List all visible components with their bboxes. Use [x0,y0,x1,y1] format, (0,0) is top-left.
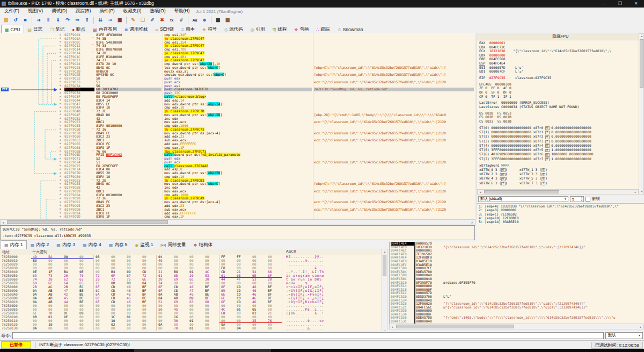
erase-button[interactable]: ✖ [158,16,166,24]
menu-item-调试D[interactable]: 调试(D) [47,8,71,13]
stack-freeze-select[interactable]: 默认 ▼ [605,332,643,339]
argument-line[interactable]: 2: [esp+8] 00000001 [479,208,644,212]
stop-button[interactable]: ■ [21,16,30,24]
dump-row[interactable]: 762500900AAB47BE6CCD46BF6FCD47BF69CD46BF… [0,289,388,292]
dump-row[interactable]: 762500400E1FBA0E00B409CD21B8014CCD215468… [0,270,388,274]
dump-row[interactable]: 762500004D5A90000300000004000000FFFF0000… [0,255,388,258]
register-line[interactable]: ST(0) 00000000000000000000 x87r0 空 0.000… [479,126,638,130]
tab-引用[interactable]: ◎引用 [247,25,269,33]
register-line[interactable]: ESI 0000057D L'u' [479,66,638,70]
stack-hscrollbar[interactable]: ◂ ▸ [389,324,644,329]
menu-item-文件F[interactable]: 文件(F) [0,8,24,13]
tab-监视 1[interactable]: ◉监视 1 [131,241,157,249]
register-line[interactable]: ZF 0 PF 0 AF 0 [479,86,638,90]
tab-内存 5[interactable]: ▦内存 5 [105,241,131,249]
stack-row[interactable]: 004FC53C00000040 [390,320,644,324]
argument-line[interactable]: 1: [esp+4] 18321838 "{\"classroom_id\":\… [479,204,644,208]
spinner-arrows-icon[interactable]: ▲▼ [581,196,583,202]
register-line[interactable]: x87TW_6 3 (空) x87TW_7 3 (空) [479,181,638,185]
step-out-button[interactable]: ⇑ [83,16,91,24]
register-line[interactable]: ES 002B DS 002B [479,115,638,119]
scylla-button[interactable]: ☻ [200,16,209,24]
minimize-button[interactable]: — [596,0,612,8]
unlock-checkbox[interactable] [586,197,590,202]
register-line[interactable]: EFLAGS 00000300 [479,82,638,87]
register-line[interactable]: EDI 000007CF L'ߏ' [479,69,638,74]
tab-跟踪[interactable]: ∴跟踪 [312,25,333,33]
menu-item-收藏夹I[interactable]: 收藏夹(I) [119,8,146,13]
dump-row[interactable]: 762500D000000000000000000000000000000000… [0,304,388,307]
dump-row[interactable]: 762501000B010E00001C01000016000000000000… [0,315,388,319]
tab-内存 4[interactable]: ▦内存 4 [79,241,105,249]
menu-item-插件P[interactable]: 插件(P) [95,8,119,13]
register-line[interactable]: CF 0 TF 1 IF 1 [479,95,638,99]
register-line[interactable]: LastError 00000000 (ERROR_SUCCESS) [479,100,638,105]
tab-调用堆栈[interactable]: ≣调用堆栈 [121,25,152,33]
register-line[interactable]: ST(3) 00000000000000000000 x87r3 空 0.000… [479,139,638,143]
maximize-button[interactable]: ❐ [612,0,628,8]
dump-row[interactable]: 762500E00000000000000000504500004C010500… [0,307,388,311]
register-line[interactable]: x87TW_0 3 (空) x87TW_1 3 (空) [479,168,638,172]
dump-row[interactable]: 762500706D6F64652E0D0D0A2400000000000000… [0,281,388,285]
dump-row[interactable]: 7625012000100000000200000A0000000A000000… [0,322,388,326]
register-line[interactable]: LastStatus C0000034 (STATUS_OBJECT_NAME_… [479,105,638,109]
dump-row[interactable]: 762500C00AAB44BE6ECD46BF526963686FCD46BF… [0,300,388,304]
tab-CPU[interactable]: ▦CPU [1,25,24,34]
register-line[interactable]: x87TagWord FFFF [479,163,638,168]
argument-line[interactable]: 3: [esp+C] 7E196502 [479,212,644,216]
hash-button[interactable]: # [177,16,186,24]
registers-vscrollbar[interactable]: ▴ ▾ [639,33,644,195]
patch-button[interactable]: ✎ [129,16,137,24]
tab-内存 3[interactable]: ▦内存 3 [53,241,79,249]
register-line[interactable]: EDX 00000000 [479,53,638,58]
dump-row[interactable]: 76250060742062652072756E20696E20444F5320… [0,277,388,281]
dump-row[interactable]: 762500F06C7DDF890000000000000000E0000221… [0,311,388,315]
menu-item-视图V[interactable]: 视图(V) [24,8,47,13]
memory-map-button[interactable]: ▩ [223,16,232,24]
menu-item-选项O[interactable]: 选项(O) [145,8,170,13]
argument-line[interactable]: 4: [esp+10] 12F08BF0 [479,216,644,220]
tab-线程[interactable]: ⇶线程 [269,25,291,33]
dump-row[interactable]: 76250030000000000000000000000000E8000000… [0,266,388,270]
animate-into-button[interactable]: ⇊ [96,16,105,24]
arguments-panel[interactable]: 1: [esp+4] 18321838 "{\"classroom_id\":\… [477,203,644,241]
restart-button[interactable]: ↺ [11,16,20,24]
registers-hscrollbar[interactable]: ◂ ▸ [477,189,639,195]
register-line[interactable]: x87TW_4 3 (空) x87TW_5 3 (空) [479,176,638,181]
dump-row[interactable]: 7625011000000000001000000030010000002576… [0,319,388,322]
tab-日志[interactable]: ▤日志 [24,25,47,33]
tab-源代码[interactable]: ◇源代码 [221,25,247,33]
dump-row[interactable]: 762500A00AAB42BE6ACD46BF0AAB46BE6ECD46BF… [0,292,388,296]
tab-内存 1[interactable]: ▦内存 1 [1,240,27,249]
argument-line[interactable]: 5: [esp+14] 03AB5E10 [479,220,644,224]
tab-内存 2[interactable]: ▦内存 2 [27,241,53,249]
dump-row[interactable]: 762500B00AAB45BE6CCD46BF0AABB9BF6ECD46BF… [0,296,388,300]
tab-内存布局[interactable]: ▤内存布局 [89,25,121,33]
disasm-hscrollbar[interactable]: ◂ ▸ [0,219,475,225]
register-line[interactable]: ST(6) 40169896800000000000 x87r6 空 10000… [479,152,638,156]
disassembly-pane[interactable]: ●027F9C0481FE 4F030000cmp esi,34F●027F9C… [0,33,477,219]
tab-笔记[interactable]: ❐笔记 [46,25,68,33]
arg-depth-spinner[interactable]: 5 ▲▼ [570,196,584,202]
register-line[interactable]: EIP 027F9C35 classroom.027F9C35 [479,76,638,80]
tab-句柄[interactable]: ❖句柄 [290,25,312,33]
tab-结构体[interactable]: ❖结构体 [189,241,216,249]
register-line[interactable]: ST(4) 00000000000000000000 x87r4 空 0.000… [479,143,638,148]
register-line[interactable]: ECX 18321838 "{\"classroom_id\":\"614c85… [479,49,638,53]
tab-脚本[interactable]: ≡脚本 [178,25,199,33]
assemble-button[interactable]: fx [167,16,176,24]
dump-row[interactable]: 76250010B8000000000000004000000000000000… [0,258,388,262]
hide-fpu-header[interactable]: 隐藏FPU [477,33,644,40]
disasm-row[interactable]: ●027F9C9D83F8 1Fcmp eax,1F [0,215,475,219]
dump-row[interactable]: 762501300A000000000000000070010000040000… [0,326,388,330]
register-line[interactable]: x87TW_2 3 (空) x87TW_3 3 (空) [479,172,638,176]
register-line[interactable]: ST(5) 3FFF8000000000000000 x87r5 空 1.000… [479,148,638,152]
register-line[interactable]: EAX 00000001 [479,41,638,45]
register-line[interactable]: ESP 004FC4E4 [479,61,638,66]
register-line[interactable]: ST(7) 3FFF8000000000000000 x87r7 空 1.000… [479,157,638,161]
int3-breakpoint-button[interactable]: ▣ [115,16,124,24]
tab-断点[interactable]: ●断点 [68,25,89,33]
run-button[interactable]: ➜ [34,16,43,24]
dump-row[interactable]: 7625005069732070726F6772616D2063616E6E6F… [0,274,388,277]
highlight-button[interactable]: Aa [191,16,199,24]
